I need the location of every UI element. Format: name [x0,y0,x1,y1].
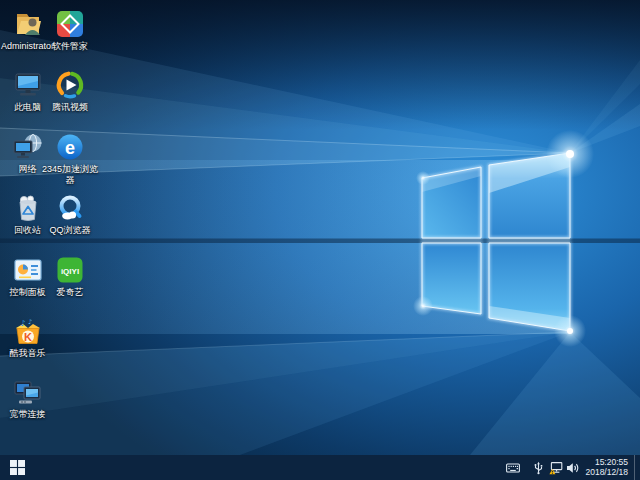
music-box-icon: K ♪ ♪ [12,315,44,347]
safely-remove-usb-button[interactable] [530,455,547,480]
network-globe-icon [12,131,44,163]
desktop-icon-label: 酷我音乐 [10,348,46,359]
network-status-button[interactable] [547,455,564,480]
taskbar: 15:20:55 2018/12/18 [0,455,640,480]
desktop-icon-broadband[interactable]: 宽带连接 [0,376,55,437]
desktop-icon-label: 2345加速浏览器 [41,164,99,186]
desktop-icon-kuwo-music[interactable]: K ♪ ♪ 酷我音乐 [0,315,55,376]
desktop-icon-label: 腾讯视频 [52,102,88,113]
software-manager-icon [54,8,86,40]
network-warning-icon [549,461,563,475]
start-button[interactable] [0,455,34,480]
tencent-video-icon [54,69,86,101]
desktop-area[interactable]: Administrator 此电脑 [0,0,640,455]
desktop-icon-tencent-video[interactable]: 腾讯视频 [41,69,99,130]
desktop-icon-label: 爱奇艺 [57,287,84,298]
desktop-icon-column-2: 软件管家 腾讯视频 e 2345加速 [41,8,99,315]
windows-logo-icon [10,460,25,475]
desktop-icon-label: 宽带连接 [10,409,46,420]
volume-icon [566,461,580,475]
windows-desktop: Administrator 此电脑 [0,0,640,480]
desktop-icon-qq-browser[interactable]: QQ浏览器 [41,192,99,253]
taskbar-clock[interactable]: 15:20:55 2018/12/18 [581,455,634,480]
svg-text:e: e [65,137,75,157]
system-tray: 15:20:55 2018/12/18 [504,455,640,480]
show-desktop-button[interactable] [634,455,640,480]
desktop-icon-label: 网络 [19,164,37,175]
taskbar-empty-area[interactable] [34,455,504,480]
touch-keyboard-button[interactable] [504,455,521,480]
svg-text:iQIYI: iQIYI [61,266,79,275]
svg-text:♪: ♪ [27,317,31,325]
volume-button[interactable] [564,455,581,480]
desktop-icon-label: 软件管家 [52,41,88,52]
svg-text:K: K [24,331,32,343]
clock-date: 2018/12/18 [585,468,628,478]
computer-icon [12,69,44,101]
desktop-icon-software-manager[interactable]: 软件管家 [41,8,99,69]
desktop-icon-label: 此电脑 [14,102,41,113]
browser-2345-icon: e [54,131,86,163]
usb-icon [532,461,545,475]
svg-text:♪: ♪ [20,318,25,327]
desktop-icon-label: 回收站 [14,225,41,236]
qq-browser-icon [54,192,86,224]
desktop-icon-2345-browser[interactable]: e 2345加速浏览器 [41,131,99,192]
control-panel-icon [12,254,44,286]
desktop-icon-iqiyi[interactable]: iQIYI 爱奇艺 [41,254,99,315]
desktop-icon-label: QQ浏览器 [49,225,90,236]
recycle-bin-icon [12,192,44,224]
iqiyi-icon: iQIYI [54,254,86,286]
broadband-connection-icon [12,376,44,408]
user-folder-icon [12,8,44,40]
touch-keyboard-icon [506,461,520,475]
